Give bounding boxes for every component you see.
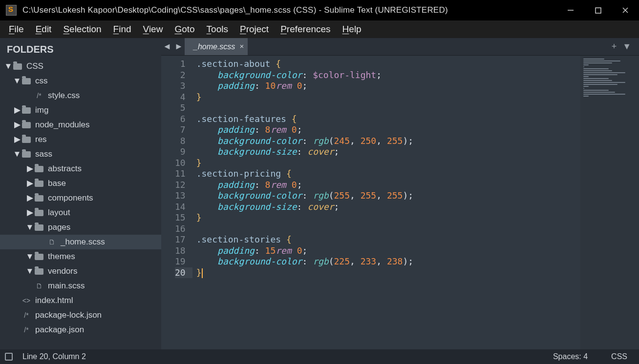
code-line[interactable]: background-color: $color-light; <box>196 70 580 81</box>
disclosure-icon: ▶ <box>25 176 34 191</box>
line-number[interactable]: 2 <box>180 70 186 80</box>
code-line[interactable]: } <box>196 212 580 223</box>
menu-file[interactable]: File <box>3 22 30 37</box>
code-line[interactable]: padding: 8rem 0; <box>196 124 580 136</box>
tab-close-icon[interactable]: × <box>240 42 244 50</box>
line-number[interactable]: 1 <box>180 59 186 69</box>
tab-home-scss[interactable]: _home.scss × <box>185 38 248 55</box>
tree-item-vendors[interactable]: ▼vendors <box>0 264 161 279</box>
tree-item-base[interactable]: ▶base <box>0 176 161 191</box>
statusbar[interactable]: Line 20, Column 2 Spaces: 4 CSS <box>0 349 639 364</box>
tree-item-label: style.css <box>48 88 80 103</box>
line-number[interactable]: 7 <box>180 124 186 135</box>
code-line[interactable]: background-color: rgb(225, 233, 238); <box>196 256 580 267</box>
code-line[interactable] <box>196 223 580 235</box>
maximize-button[interactable] <box>584 0 612 20</box>
code-line[interactable]: background-size: cover; <box>196 202 580 213</box>
minimap[interactable] <box>580 56 639 349</box>
status-panel-icon[interactable] <box>5 353 13 361</box>
tree-item-sass[interactable]: ▼sass <box>0 147 161 162</box>
line-number[interactable]: 11 <box>175 168 186 179</box>
code-line[interactable] <box>196 102 580 114</box>
folder-icon <box>21 76 31 86</box>
tree-item-pages[interactable]: ▼pages <box>0 220 161 235</box>
line-number[interactable]: 13 <box>175 190 186 201</box>
tab-menu-icon[interactable]: ▼ <box>619 41 634 52</box>
code-line[interactable]: .section-features { <box>196 114 580 125</box>
line-gutter[interactable]: 1234567891011121314151617181920 <box>161 56 192 349</box>
line-number[interactable]: 17 <box>175 234 186 244</box>
disclosure-icon: ▼ <box>25 249 34 264</box>
tabbar[interactable]: ◄ ► _home.scss × + ▼ <box>161 38 639 56</box>
line-number[interactable]: 18 <box>175 245 186 256</box>
comment-file-icon: /* <box>21 310 31 320</box>
tab-nav-next-icon[interactable]: ► <box>173 38 185 55</box>
tab-nav-prev-icon[interactable]: ◄ <box>161 38 173 55</box>
status-indent[interactable]: Spaces: 4 <box>553 352 588 361</box>
code-line[interactable]: .section-about { <box>196 59 580 70</box>
menu-selection[interactable]: Selection <box>57 22 107 37</box>
app-icon <box>6 5 17 16</box>
tree-item-label: sass <box>35 147 52 162</box>
folder-icon <box>34 164 44 174</box>
menu-goto[interactable]: Goto <box>169 22 200 37</box>
tree-item-main-scss[interactable]: 🗋main.scss <box>0 279 161 293</box>
code-line[interactable]: padding: 15rem 0; <box>196 245 580 257</box>
line-number[interactable]: 15 <box>175 212 186 222</box>
tree-item--home-scss[interactable]: 🗋_home.scss <box>0 235 161 249</box>
line-number[interactable]: 16 <box>175 223 186 234</box>
menu-project[interactable]: Project <box>234 22 275 37</box>
menu-find[interactable]: Find <box>107 22 137 37</box>
menu-view[interactable]: View <box>137 22 169 37</box>
line-number[interactable]: 6 <box>180 114 186 124</box>
line-number[interactable]: 10 <box>175 158 186 168</box>
line-number[interactable]: 4 <box>180 92 186 102</box>
code-line[interactable]: } <box>196 158 580 169</box>
folder-tree[interactable]: ▼CSS▼css/*style.css▶img▶node_modules▶res… <box>0 59 161 337</box>
status-language[interactable]: CSS <box>611 352 627 361</box>
code-line[interactable]: padding: 10rem 0; <box>196 81 580 92</box>
tree-item-img[interactable]: ▶img <box>0 103 161 118</box>
tree-item-themes[interactable]: ▼themes <box>0 249 161 264</box>
sidebar[interactable]: FOLDERS ▼CSS▼css/*style.css▶img▶node_mod… <box>0 38 161 349</box>
line-number[interactable]: 20 <box>175 267 192 279</box>
code-line[interactable]: padding: 8rem 0; <box>196 180 580 191</box>
menu-tools[interactable]: Tools <box>201 22 234 37</box>
tree-item-package-lock-json[interactable]: /*package-lock.json <box>0 308 161 323</box>
line-number[interactable]: 19 <box>175 256 186 266</box>
tree-item-package-json[interactable]: /*package.json <box>0 323 161 337</box>
tree-item-style-css[interactable]: /*style.css <box>0 88 161 103</box>
code-line[interactable]: background-color: rgb(255, 255, 255); <box>196 190 580 202</box>
line-number[interactable]: 9 <box>180 146 186 157</box>
line-number[interactable]: 3 <box>180 81 186 91</box>
code-line[interactable]: background-color: rgb(245, 250, 255); <box>196 136 580 147</box>
tree-item-index-html[interactable]: <>index.html <box>0 293 161 308</box>
code-line[interactable]: background-size: cover; <box>196 146 580 158</box>
menu-help[interactable]: Help <box>337 22 367 37</box>
tree-item-layout[interactable]: ▶layout <box>0 205 161 220</box>
minimize-button[interactable] <box>557 0 584 20</box>
code-line[interactable]: .section-stories { <box>196 234 580 245</box>
line-number[interactable]: 12 <box>175 180 186 190</box>
close-button[interactable] <box>612 0 639 20</box>
new-tab-icon[interactable]: + <box>609 41 620 52</box>
line-number[interactable]: 8 <box>180 136 186 146</box>
tree-item-components[interactable]: ▶components <box>0 191 161 205</box>
disclosure-icon: ▼ <box>13 74 21 88</box>
disclosure-icon: ▼ <box>25 264 34 279</box>
code-line[interactable]: .section-pricing { <box>196 168 580 180</box>
tree-item-res[interactable]: ▶res <box>0 132 161 147</box>
status-cursor-position[interactable]: Line 20, Column 2 <box>22 352 86 361</box>
menu-edit[interactable]: Edit <box>30 22 58 37</box>
code-line[interactable]: } <box>196 92 580 103</box>
code-editor[interactable]: .section-about { background-color: $colo… <box>192 56 580 349</box>
code-line[interactable]: } <box>196 267 580 279</box>
tree-item-css[interactable]: ▼css <box>0 74 161 88</box>
titlebar[interactable]: C:\Users\Lokesh Kapoor\Desktop\Coding\CS… <box>0 0 639 20</box>
tree-item-css[interactable]: ▼CSS <box>0 59 161 74</box>
line-number[interactable]: 14 <box>175 202 186 212</box>
menu-preferences[interactable]: Preferences <box>275 22 336 37</box>
tree-item-abstracts[interactable]: ▶abstracts <box>0 162 161 176</box>
line-number[interactable]: 5 <box>180 102 186 113</box>
tree-item-node-modules[interactable]: ▶node_modules <box>0 118 161 132</box>
